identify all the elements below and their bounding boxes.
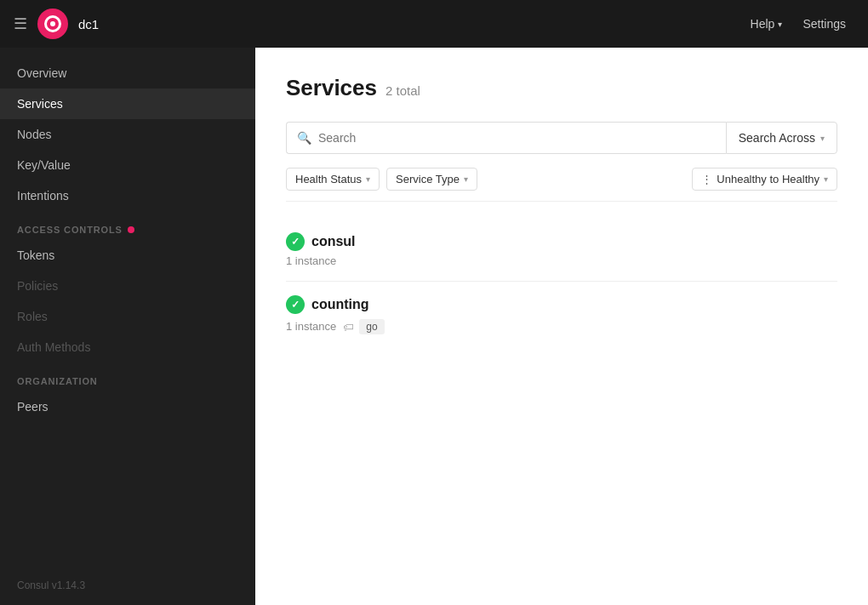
sidebar-item-auth-methods: Auth Methods xyxy=(0,332,255,362)
sidebar-item-label: Overview xyxy=(17,66,66,80)
sidebar-nav: Overview Services Nodes Key/Value Intent… xyxy=(0,48,255,566)
table-row[interactable]: ✓ counting 1 instance 🏷 go xyxy=(286,282,837,348)
search-across-chevron-icon: ▾ xyxy=(820,134,825,143)
health-status-label: Health Status xyxy=(295,173,362,185)
access-controls-section: ACCESS CONTROLS xyxy=(0,211,255,240)
top-nav: ☰ dc1 Help ▾ Settings xyxy=(0,0,868,48)
health-status-chevron-icon: ▾ xyxy=(366,174,370,184)
sort-chevron-icon: ▾ xyxy=(824,174,828,184)
service-type-label: Service Type xyxy=(396,173,460,185)
logo-dot xyxy=(50,21,55,26)
service-info: ✓ counting 1 instance 🏷 go xyxy=(286,295,837,334)
sort-label: Unhealthy to Healthy xyxy=(717,173,819,185)
sidebar-item-label: Roles xyxy=(17,310,48,323)
sidebar-item-policies: Policies xyxy=(0,271,255,301)
hamburger-icon[interactable]: ☰ xyxy=(14,14,27,33)
sidebar-item-label: Auth Methods xyxy=(17,340,90,354)
access-controls-label: ACCESS CONTROLS xyxy=(17,225,123,235)
sidebar-item-overview[interactable]: Overview xyxy=(0,58,255,88)
sidebar-item-label: Key/Value xyxy=(17,158,71,172)
status-healthy-icon: ✓ xyxy=(286,295,305,314)
sidebar-item-nodes[interactable]: Nodes xyxy=(0,119,255,150)
search-container: 🔍 xyxy=(286,122,726,154)
service-instance-count: 1 instance xyxy=(286,254,837,267)
check-icon: ✓ xyxy=(291,236,300,248)
sidebar-item-tokens[interactable]: Tokens xyxy=(0,240,255,271)
sidebar-item-intentions[interactable]: Intentions xyxy=(0,180,255,211)
dc-label: dc1 xyxy=(78,17,99,31)
organization-section: ORGANIZATION xyxy=(0,362,255,391)
organization-label: ORGANIZATION xyxy=(17,376,98,386)
page-title: Services xyxy=(286,75,377,101)
service-name-row: ✓ consul xyxy=(286,232,837,251)
tag-icon: 🏷 xyxy=(343,321,354,334)
table-row[interactable]: ✓ consul 1 instance xyxy=(286,219,837,282)
search-across-button[interactable]: Search Across ▾ xyxy=(726,122,837,154)
main-layout: Overview Services Nodes Key/Value Intent… xyxy=(0,48,868,605)
sort-filter-icon: ⋮ xyxy=(701,173,712,185)
service-info: ✓ consul 1 instance xyxy=(286,232,837,267)
sidebar-item-services[interactable]: Services xyxy=(0,88,255,119)
sidebar-item-peers[interactable]: Peers xyxy=(0,391,255,422)
access-dot-icon xyxy=(128,226,134,233)
sidebar-footer: Consul v1.14.3 xyxy=(0,566,255,605)
sidebar-item-roles: Roles xyxy=(0,301,255,332)
sidebar-item-label: Intentions xyxy=(17,189,69,203)
sidebar-item-label: Services xyxy=(17,97,63,111)
help-label: Help xyxy=(751,17,775,31)
sidebar-item-keyvalue[interactable]: Key/Value xyxy=(0,150,255,180)
status-healthy-icon: ✓ xyxy=(286,232,305,251)
service-instance-count: 1 instance xyxy=(286,320,336,333)
search-input[interactable] xyxy=(318,131,716,145)
search-icon: 🔍 xyxy=(297,131,311,145)
settings-button[interactable]: Settings xyxy=(794,12,854,36)
search-across-label: Search Across xyxy=(739,131,815,145)
service-type-chevron-icon: ▾ xyxy=(464,174,468,184)
sort-button[interactable]: ⋮ Unhealthy to Healthy ▾ xyxy=(692,168,837,191)
page-header: Services 2 total xyxy=(286,75,837,101)
service-list: ✓ consul 1 instance ✓ counting xyxy=(286,219,837,348)
consul-logo xyxy=(37,9,68,39)
help-button[interactable]: Help ▾ xyxy=(742,12,791,36)
service-name-row: ✓ counting xyxy=(286,295,837,314)
version-label: Consul v1.14.3 xyxy=(17,579,85,591)
content-area: Services 2 total 🔍 Search Across ▾ Healt… xyxy=(255,48,868,605)
search-row: 🔍 Search Across ▾ xyxy=(286,122,837,154)
filters-row: Health Status ▾ Service Type ▾ ⋮ Unhealt… xyxy=(286,168,837,202)
sidebar-item-label: Tokens xyxy=(17,248,54,262)
help-chevron-icon: ▾ xyxy=(778,20,782,29)
service-name: consul xyxy=(311,234,356,249)
sidebar-item-label: Policies xyxy=(17,279,58,293)
nav-left: ☰ dc1 xyxy=(14,9,99,39)
check-icon: ✓ xyxy=(291,299,300,311)
tag-label: go xyxy=(359,319,384,334)
service-tags: 🏷 go xyxy=(343,319,384,334)
logo-ring xyxy=(44,15,61,32)
service-name: counting xyxy=(311,297,369,312)
sidebar-item-label: Peers xyxy=(17,400,49,414)
sidebar: Overview Services Nodes Key/Value Intent… xyxy=(0,48,255,605)
service-type-filter[interactable]: Service Type ▾ xyxy=(386,168,477,191)
nav-right: Help ▾ Settings xyxy=(742,12,854,36)
page-count: 2 total xyxy=(385,83,420,98)
sidebar-item-label: Nodes xyxy=(17,128,51,141)
health-status-filter[interactable]: Health Status ▾ xyxy=(286,168,380,191)
